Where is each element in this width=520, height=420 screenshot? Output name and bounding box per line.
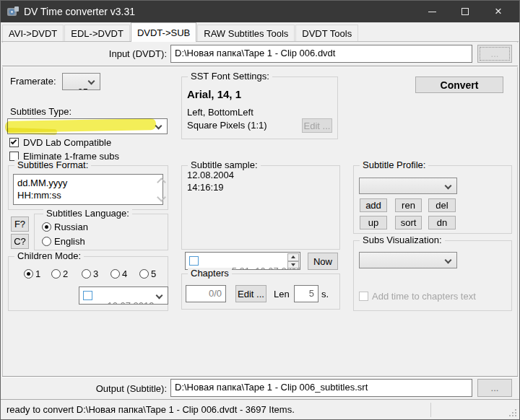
children-mode-radio-4[interactable] bbox=[110, 269, 120, 279]
chapters-len-field[interactable]: 5 bbox=[294, 285, 318, 302]
subtitles-language-legend: Subtitles Language: bbox=[43, 208, 132, 219]
status-text: ready to convert D:\Новая папка\Tape 1 -… bbox=[6, 404, 295, 415]
close-button[interactable]: × bbox=[482, 1, 515, 22]
chapters-edit-button[interactable]: Edit ... bbox=[235, 285, 266, 302]
subs-visualization-value: As Is bbox=[374, 266, 395, 268]
subtitle-sample-legend: Subtitle sample: bbox=[188, 159, 261, 170]
subtitle-profile-select[interactable]: Profile 1 bbox=[359, 178, 457, 194]
children-mode-radio-3[interactable] bbox=[82, 269, 91, 279]
subtitle-profile-value: Profile 1 bbox=[374, 191, 409, 194]
radio-dot-icon bbox=[45, 225, 48, 229]
subtitles-format-legend: Subtitles Format: bbox=[14, 159, 91, 170]
profile-del-button[interactable]: del bbox=[428, 198, 456, 212]
triangle-up-icon bbox=[291, 255, 295, 258]
framerate-value: 25 bbox=[77, 87, 87, 90]
chevron-down-icon bbox=[445, 183, 452, 190]
subtitles-format-group: Subtitles Format: dd.MM.yyyy HH:mm:ss bbox=[8, 165, 168, 210]
sample-date: 12.08.2004 bbox=[187, 170, 234, 180]
children-mode-label-5: 5 bbox=[151, 268, 156, 279]
subtitle-profile-legend: Subtitle Profile: bbox=[360, 159, 428, 170]
resize-grip-icon[interactable] bbox=[509, 409, 516, 416]
tab-dvdt-sub[interactable]: DVDT->SUB bbox=[131, 22, 196, 42]
children-mode-label-1: 1 bbox=[35, 268, 40, 279]
now-button[interactable]: Now bbox=[308, 253, 338, 270]
input-browse-button[interactable]: ... bbox=[477, 45, 512, 63]
children-mode-label-3: 3 bbox=[93, 268, 98, 279]
minimize-icon bbox=[428, 12, 436, 12]
codepage-help-button[interactable]: C? bbox=[11, 234, 29, 249]
spinner-buttons bbox=[287, 253, 299, 268]
chapters-len-unit: s. bbox=[321, 289, 329, 299]
framerate-select[interactable]: 25 bbox=[62, 73, 100, 90]
output-path-field[interactable]: D:\Новая папка\Tape 1 - Clip 006_subtitl… bbox=[170, 379, 472, 397]
add-time-to-chapters-label: Add time to chapters text bbox=[372, 291, 476, 302]
profile-add-button[interactable]: add bbox=[360, 198, 387, 212]
status-bar: ready to convert D:\Новая папка\Tape 1 -… bbox=[1, 399, 519, 419]
sst-pixel-line: Square Pixels (1:1) bbox=[187, 120, 267, 131]
subtitles-type-select[interactable]: SRT (DVDLab Subtitle script) bbox=[7, 118, 168, 134]
checkmark-icon bbox=[11, 139, 17, 144]
language-radio-russian[interactable] bbox=[42, 222, 51, 232]
format-help-button[interactable]: F? bbox=[11, 216, 29, 232]
chapters-len-label: Len bbox=[274, 289, 290, 299]
sst-font-line: Arial, 14, 1 bbox=[187, 88, 241, 100]
dvd-lab-compatible-label: DVD Lab Compatible bbox=[23, 137, 111, 148]
framerate-label: Framerate: bbox=[10, 76, 56, 87]
language-russian-label: Russian bbox=[54, 222, 88, 232]
children-mode-radio-2[interactable] bbox=[51, 269, 61, 279]
date-value: 10.07.2019 bbox=[107, 300, 154, 305]
children-mode-date-picker[interactable]: 10.07.2019 bbox=[79, 286, 168, 305]
subtitles-type-label: Subtitles Type: bbox=[10, 106, 72, 117]
tab-avi-dvdt[interactable]: AVI->DVDT bbox=[2, 25, 64, 42]
convert-button[interactable]: Convert bbox=[415, 76, 503, 93]
profile-dn-button[interactable]: dn bbox=[428, 216, 456, 229]
tab-content-divider bbox=[1, 41, 519, 42]
add-time-to-chapters-checkbox[interactable] bbox=[359, 292, 368, 301]
tab-edl-dvdt[interactable]: EDL->DVDT bbox=[64, 25, 130, 42]
subs-visualization-select[interactable]: As Is bbox=[359, 252, 457, 268]
status-separator bbox=[430, 403, 431, 417]
profile-up-button[interactable]: up bbox=[360, 216, 387, 229]
chapters-count-field[interactable]: 0/0 bbox=[186, 285, 226, 302]
sst-font-settings-legend: SST Font Settings: bbox=[188, 71, 272, 82]
triangle-down-icon bbox=[291, 263, 295, 266]
maximize-button[interactable] bbox=[448, 1, 482, 22]
profile-ren-button[interactable]: ren bbox=[395, 198, 422, 212]
tab-dvdt-tools[interactable]: DVDT Tools bbox=[295, 25, 358, 42]
subtitles-format-textarea[interactable]: dd.MM.yyyy HH:mm:ss bbox=[13, 174, 163, 205]
sst-edit-button[interactable]: Edit ... bbox=[302, 118, 332, 133]
children-mode-radio-5[interactable] bbox=[139, 269, 149, 279]
title-bar[interactable]: DV Time converter v3.31 × bbox=[1, 1, 519, 22]
subs-visualization-legend: Subs Visualization: bbox=[360, 235, 445, 245]
tab-strip: AVI->DVDT EDL->DVDT DVDT->SUB RAW Subtit… bbox=[2, 22, 518, 42]
maximize-icon bbox=[462, 8, 469, 15]
app-window: DV Time converter v3.31 × AVI->DVDT EDL-… bbox=[0, 0, 520, 420]
input-label: Input (DVDT): bbox=[2, 48, 167, 59]
children-mode-radio-1[interactable] bbox=[24, 269, 33, 279]
output-browse-button[interactable]: ... bbox=[477, 379, 512, 397]
spin-down-button[interactable] bbox=[287, 261, 299, 269]
profile-sort-button[interactable]: sort bbox=[395, 216, 422, 229]
sst-align-line: Left, BottomLeft bbox=[187, 107, 254, 118]
timestamp-enable-checkbox[interactable] bbox=[189, 256, 199, 266]
subtitles-type-value: SRT (DVDLab Subtitle script) bbox=[22, 132, 150, 134]
chevron-down-icon bbox=[88, 78, 95, 85]
chevron-down-icon bbox=[445, 257, 452, 264]
chevron-down-icon bbox=[155, 123, 162, 130]
input-path-field[interactable]: D:\Новая папка\Tape 1 - Clip 006.dvdt bbox=[170, 45, 472, 63]
dvd-lab-compatible-checkbox[interactable] bbox=[9, 138, 19, 147]
spin-up-button[interactable] bbox=[287, 253, 299, 261]
sample-time: 14:16:19 bbox=[187, 182, 224, 193]
chapters-legend: Chapters bbox=[188, 268, 232, 279]
children-mode-legend: Children Mode: bbox=[14, 250, 84, 261]
tab-raw-subtitles-tools[interactable]: RAW Subtitles Tools bbox=[197, 25, 295, 42]
children-mode-label-2: 2 bbox=[63, 268, 68, 279]
window-title: DV Time converter v3.31 bbox=[24, 1, 135, 22]
language-english-label: English bbox=[54, 236, 85, 247]
radio-dot-icon bbox=[27, 272, 30, 276]
date-enable-checkbox[interactable] bbox=[83, 291, 92, 300]
chevron-down-icon bbox=[156, 292, 163, 299]
language-radio-english[interactable] bbox=[42, 237, 51, 246]
minimize-button[interactable] bbox=[415, 1, 448, 22]
output-label: Output (Subtitle): bbox=[2, 383, 167, 394]
